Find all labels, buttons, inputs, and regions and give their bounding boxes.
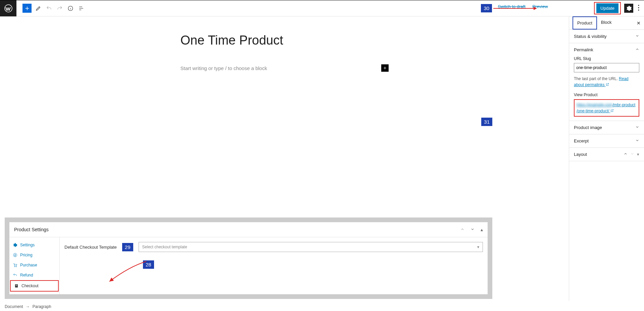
svg-rect-10 [16,286,17,286]
add-block-button[interactable] [22,4,32,13]
update-button[interactable]: Update [596,3,618,13]
annotation-28-arrow [106,260,150,284]
tab-product[interactable]: Product [573,16,597,29]
nav-purchase[interactable]: Purchase [9,260,59,270]
product-url-box: https://example.com/mbr-product/one-time… [574,99,639,117]
collapse-down-icon[interactable] [470,227,475,232]
more-options-icon[interactable] [637,5,641,12]
chevron-up-icon [635,47,639,52]
url-slug-input[interactable] [574,63,639,72]
wordpress-logo[interactable] [0,0,16,16]
update-button-highlight: Update [594,2,621,14]
page-title[interactable]: One Time Product [181,33,389,48]
preview-link[interactable]: Preview [530,4,550,9]
nav-checkout[interactable]: Checkout [10,280,59,292]
checkout-template-select[interactable]: Select checkout template ▾ [139,242,483,252]
outline-icon[interactable] [77,4,85,12]
svg-point-4 [638,10,639,11]
editor-canvas: One Time Product Start writing or type /… [0,16,569,301]
settings-gear-button[interactable] [624,4,633,13]
chevron-down-icon [635,138,639,143]
url-slug-label: URL Slug [574,56,639,61]
chevron-down-icon [635,34,639,39]
collapse-up-icon[interactable] [460,227,464,232]
checkout-template-label: Default Checkout Template [64,245,117,250]
nav-pricing[interactable]: Pricing [9,250,59,260]
svg-point-7 [16,266,17,267]
product-settings-nav: Settings Pricing Purchase Refund [9,237,60,294]
permalink-help-text: The last part of the URL. Read about per… [574,76,639,88]
redo-icon[interactable] [56,4,64,12]
top-toolbar: 30 Switch to draft Preview Update [0,0,644,16]
tab-block[interactable]: Block [597,16,616,29]
chevron-down-icon: ▾ [477,245,479,249]
chevron-up-icon[interactable] [624,152,628,157]
settings-content: Default Checkout Template 29 Select chec… [60,237,488,294]
product-settings-title: Product Settings [14,227,49,232]
undo-icon[interactable] [45,4,53,12]
panel-product-image[interactable]: Product image [569,121,644,134]
triangle-down-icon[interactable]: ▾ [637,152,639,157]
chevron-down-icon[interactable] [630,152,634,157]
svg-point-3 [638,7,639,8]
edit-icon[interactable] [34,4,42,12]
triangle-up-icon[interactable]: ▴ [481,227,483,232]
nav-refund[interactable]: Refund [9,270,59,280]
annotation-31: 31 [481,118,492,126]
panel-status-visibility[interactable]: Status & visibility [569,30,644,43]
annotation-29: 29 [122,243,133,251]
switch-to-draft-link[interactable]: Switch to draft [498,4,525,9]
product-url-link[interactable]: https://example.com/mbr-product/one-time… [577,103,635,113]
toolbar-right: 30 Switch to draft Preview Update [481,2,641,14]
block-prompt[interactable]: Start writing or type / to choose a bloc… [181,65,267,71]
info-icon[interactable] [66,4,75,12]
add-block-inline-button[interactable] [381,64,389,72]
svg-point-6 [14,266,15,267]
settings-sidebar: Product Block ✕ Status & visibility Perm… [569,16,644,301]
svg-rect-9 [16,285,17,285]
panel-excerpt[interactable]: Excerpt [569,134,644,147]
chevron-down-icon [635,125,639,130]
close-sidebar-icon[interactable]: ✕ [637,20,641,26]
panel-layout[interactable]: Layout ▾ [569,148,644,161]
svg-point-2 [638,5,639,6]
product-settings-panel: Product Settings ▴ Settings [5,217,492,299]
view-product-label: View Product [574,92,639,97]
panel-permalink[interactable]: Permalink [569,43,644,56]
nav-settings[interactable]: Settings [9,240,59,250]
toolbar-left [16,4,85,13]
